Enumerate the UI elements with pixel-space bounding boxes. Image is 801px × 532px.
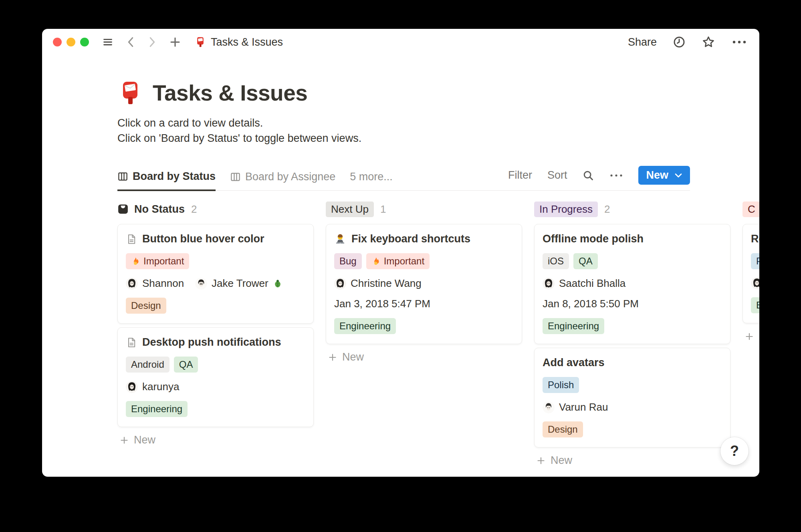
person-clipped <box>751 277 759 289</box>
notion-window: Tasks & Issues Share Tasks & Issues Clic… <box>42 29 759 477</box>
status-badge[interactable]: Next Up <box>326 202 374 217</box>
zoom-window-button[interactable] <box>80 38 89 46</box>
person-saatchi-bhalla: Saatchi Bhalla <box>543 277 625 290</box>
column-header: C <box>742 201 759 218</box>
avatar <box>126 278 138 290</box>
card-offline-mode-polish[interactable]: Offline mode polish iOS QA Saatchi Bhall… <box>534 224 730 344</box>
card-title: Desktop push notifications <box>142 336 281 349</box>
view-options-icon[interactable] <box>609 173 623 177</box>
plus-icon <box>328 353 337 362</box>
status-badge[interactable]: In Progress <box>534 202 598 217</box>
titlebar: Tasks & Issues Share <box>42 29 759 55</box>
filter-button[interactable]: Filter <box>508 169 532 181</box>
add-card-button[interactable]: New <box>117 434 314 446</box>
beetle-icon <box>273 279 282 288</box>
column-title[interactable]: No Status <box>134 203 185 216</box>
search-icon[interactable] <box>582 169 594 181</box>
avatar <box>126 381 138 393</box>
plus-icon <box>745 332 754 341</box>
help-icon: ? <box>730 443 739 459</box>
plus-icon <box>536 456 546 466</box>
hamburger-icon[interactable] <box>102 37 114 47</box>
plus-icon <box>119 435 129 445</box>
add-card-button[interactable]: New <box>534 454 730 467</box>
postbox-icon <box>195 36 206 48</box>
back-icon[interactable] <box>126 36 135 48</box>
flame-icon <box>371 257 380 266</box>
chevron-down-icon <box>674 173 682 178</box>
titlebar-doc-title: Tasks & Issues <box>211 36 283 48</box>
page-header: Tasks & Issues <box>117 80 759 106</box>
page-title: Tasks & Issues <box>153 80 307 106</box>
document-icon <box>126 234 137 245</box>
person-jake-trower: Jake Trower <box>195 277 282 290</box>
column-next-up: Next Up 1 Fix keyboard shortcuts Bug <box>326 201 522 363</box>
card-title: Add avatars <box>543 357 605 369</box>
column-no-status: No Status 2 Button blue hover color <box>117 201 314 446</box>
view-tabs: Board by Status Board by Assignee 5 more… <box>117 170 393 190</box>
card-date: Jan 8, 2018 5:50 PM <box>543 298 722 310</box>
column-count: 2 <box>191 203 197 216</box>
tag-android: Android <box>126 357 169 373</box>
column-header: No Status 2 <box>117 201 314 218</box>
card-title: Button blue hover color <box>142 233 264 245</box>
document-icon <box>126 337 137 348</box>
more-icon[interactable] <box>731 40 747 44</box>
view-toolbar: Board by Status Board by Assignee 5 more… <box>117 166 690 191</box>
column-count: 1 <box>380 203 386 216</box>
card-title: Offline mode polish <box>543 233 644 245</box>
card-add-avatars[interactable]: Add avatars Polish Varun Rau <box>534 348 730 447</box>
tab-label: Board by Assignee <box>245 171 335 183</box>
tab-more-views[interactable]: 5 more... <box>350 170 393 190</box>
new-page-icon[interactable] <box>169 36 181 48</box>
card-title: Fix keyboard shortcuts <box>351 233 470 245</box>
tab-label: 5 more... <box>350 171 393 183</box>
page-description-line1: Click on a card to view details. <box>117 115 759 131</box>
sort-button[interactable]: Sort <box>547 169 567 181</box>
minimize-window-button[interactable] <box>67 38 75 46</box>
flame-icon <box>131 257 140 266</box>
card-button-blue-hover-color[interactable]: Button blue hover color Important <box>117 224 314 324</box>
titlebar-doc[interactable]: Tasks & Issues <box>195 36 283 48</box>
tag-qa: QA <box>174 357 198 373</box>
help-button[interactable]: ? <box>720 437 749 465</box>
tab-label: Board by Status <box>133 170 216 183</box>
board-view-icon <box>230 171 241 182</box>
new-button[interactable]: New <box>638 166 690 185</box>
no-status-icon <box>117 204 129 215</box>
toolbar-controls: Filter Sort New <box>508 166 690 190</box>
person-shannon: Shannon <box>126 277 184 290</box>
tab-board-by-status[interactable]: Board by Status <box>117 170 216 191</box>
card-fix-keyboard-shortcuts[interactable]: Fix keyboard shortcuts Bug Important <box>326 224 522 344</box>
tag-engineering: Engineering <box>334 318 396 334</box>
status-badge[interactable]: C <box>742 202 759 217</box>
page-postbox-icon <box>117 80 143 106</box>
card-desktop-push-notifications[interactable]: Desktop push notifications Android QA ka… <box>117 327 314 427</box>
avatar <box>195 278 207 290</box>
column-count: 2 <box>604 203 610 216</box>
kanban-board: No Status 2 Button blue hover color <box>42 201 759 467</box>
add-card-button[interactable]: New <box>742 330 759 343</box>
avatar <box>543 278 555 290</box>
avatar <box>751 277 759 289</box>
avatar <box>543 401 555 413</box>
new-button-label: New <box>646 169 668 181</box>
column-clipped: C Re P <box>742 201 759 343</box>
tab-board-by-assignee[interactable]: Board by Assignee <box>230 170 335 190</box>
forward-icon[interactable] <box>147 36 157 48</box>
share-button[interactable]: Share <box>628 36 657 48</box>
tag-important: Important <box>126 253 189 269</box>
tag-important: Important <box>366 253 430 269</box>
favorite-icon[interactable] <box>702 35 715 49</box>
tag-clipped: P <box>751 253 759 269</box>
technologist-icon <box>334 233 346 245</box>
window-controls <box>53 38 89 46</box>
tag-polish: Polish <box>543 377 579 393</box>
close-window-button[interactable] <box>53 38 62 46</box>
column-header: Next Up 1 <box>326 201 522 218</box>
add-card-button[interactable]: New <box>326 351 522 363</box>
history-icon[interactable] <box>673 36 686 48</box>
page-description: Click on a card to view details. Click o… <box>117 115 759 146</box>
card-title: Re <box>751 233 759 245</box>
card-clipped[interactable]: Re P E <box>742 224 759 323</box>
